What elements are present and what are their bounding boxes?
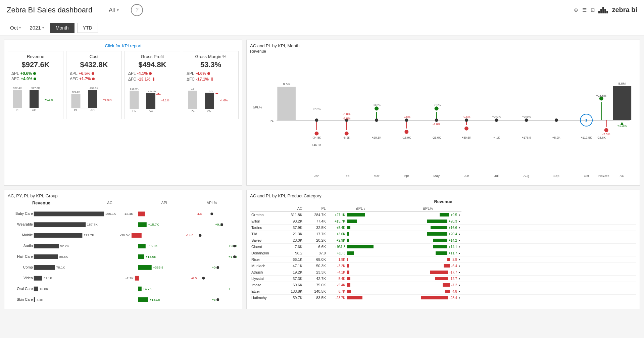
period-selector: Oct ▾ 2021 ▾ bbox=[7, 23, 47, 32]
delta-pl-value: -4.1% bbox=[137, 71, 148, 76]
product-name: Erton bbox=[250, 218, 280, 224]
svg-text:Baby Care: Baby Care bbox=[15, 211, 33, 215]
question-mark-icon: ? bbox=[136, 7, 139, 13]
product-dpl-pct: +11.7 ● bbox=[394, 250, 461, 256]
svg-text:PL: PL bbox=[269, 119, 274, 123]
svg-rect-28 bbox=[613, 86, 632, 120]
svg-point-61 bbox=[435, 118, 438, 122]
svg-text:+4.7K: +4.7K bbox=[143, 287, 152, 291]
product-table-header: AC PL ΔPL ↓ ΔPL% bbox=[250, 205, 636, 212]
cost-deltas: ΔPL +6.5% ΔFC +1.7% bbox=[70, 71, 118, 81]
svg-text:AC: AC bbox=[90, 108, 95, 112]
svg-text:-14.8: -14.8 bbox=[186, 233, 194, 237]
product-dpl: -3.2K bbox=[327, 263, 394, 269]
table-row: Denangkin 98.2 87.9 +10.3 +11.7 ● bbox=[250, 250, 636, 256]
svg-text:+7.5%: +7.5% bbox=[432, 103, 441, 107]
share-icon[interactable]: ⊡ bbox=[591, 7, 595, 13]
product-name: Ormtan bbox=[250, 212, 280, 218]
table-row: Imosa 69.6K 75.0K -5.4K -7.2 ● bbox=[250, 282, 636, 288]
svg-text:-0.8%: -0.8% bbox=[343, 112, 350, 116]
group-chart-svg: Baby Care 256.1K -12.4K -4.6 Wearable 18… bbox=[8, 207, 239, 304]
svg-text:Oct: Oct bbox=[584, 174, 589, 178]
filter-icon[interactable]: ☰ bbox=[582, 7, 587, 13]
svg-text:+39.6K: +39.6K bbox=[462, 136, 472, 139]
product-dpl-pct: -2.8 ● bbox=[394, 257, 461, 262]
revenue-delta-pl: ΔPL +0.6% bbox=[11, 71, 60, 76]
gross-profit-title: Gross Profit bbox=[128, 54, 177, 59]
svg-text:406.5K: 406.5K bbox=[71, 90, 80, 93]
svg-text:Jun: Jun bbox=[464, 174, 469, 178]
cost-pl-bar bbox=[71, 94, 81, 108]
svg-rect-125 bbox=[34, 254, 58, 259]
product-table-body[interactable]: Ormtan 311.8K 284.7K +27.1K +9.5 ● Erton… bbox=[250, 212, 636, 301]
product-name: Imosa bbox=[250, 282, 280, 288]
svg-text:187.7K: 187.7K bbox=[87, 223, 98, 226]
kpi-report-link[interactable]: Click for KPI report bbox=[8, 43, 239, 48]
kpi-month-title: AC and PL by KPI, Month bbox=[250, 43, 636, 48]
product-ac: 7.6K bbox=[280, 244, 304, 250]
svg-text:88.5K: 88.5K bbox=[59, 255, 68, 258]
svg-text:Video: Video bbox=[23, 276, 33, 280]
month-chevron-icon: ▾ bbox=[19, 26, 21, 30]
svg-text:PL: PL bbox=[15, 108, 19, 112]
svg-text:78.1K: 78.1K bbox=[56, 265, 65, 269]
product-pl: 50.3K bbox=[304, 263, 327, 269]
svg-point-72 bbox=[495, 118, 498, 122]
svg-point-68 bbox=[465, 118, 468, 122]
settings-icon[interactable]: ⊕ bbox=[574, 7, 578, 13]
year-value: 2021 bbox=[30, 25, 41, 31]
product-ac: 98.2 bbox=[280, 250, 304, 256]
product-name: Sayev bbox=[250, 237, 280, 243]
svg-text:Dec: Dec bbox=[603, 174, 609, 178]
delta-fc-arrow-icon: ⬇ bbox=[152, 77, 156, 82]
gross-profit-chart: 516.0K 494.8K -4.1% PL AC bbox=[128, 85, 177, 115]
svg-text:PL: PL bbox=[132, 109, 136, 112]
product-pl: 17.7K bbox=[304, 231, 327, 237]
product-dpl-pct: +9.5 ● bbox=[394, 212, 461, 218]
svg-point-130 bbox=[233, 255, 236, 258]
svg-point-93 bbox=[604, 128, 608, 132]
delta-pl-value: -4.6% bbox=[196, 71, 206, 76]
svg-rect-127 bbox=[138, 254, 144, 259]
month-selector[interactable]: Oct ▾ bbox=[7, 23, 24, 32]
gp-ac-bar bbox=[146, 93, 155, 109]
product-pl: 23.3K bbox=[304, 269, 327, 275]
filter-dropdown[interactable]: All ▾ bbox=[109, 7, 119, 13]
svg-point-48 bbox=[375, 106, 379, 110]
svg-text:+0.0%: +0.0% bbox=[492, 115, 501, 118]
delta-pl-indicator bbox=[149, 72, 152, 75]
gross-margin-delta-fc: ΔFC -17.1% ⬇ bbox=[187, 77, 235, 82]
svg-text:-16.9K: -16.9K bbox=[402, 136, 411, 139]
product-dpl-pct: +14.2 ● bbox=[394, 238, 461, 243]
svg-text:Apr: Apr bbox=[404, 174, 409, 178]
delta-fc-value: +4.9% bbox=[21, 77, 32, 81]
header-divider bbox=[101, 5, 101, 15]
revenue-value: $927.6K bbox=[11, 60, 60, 69]
help-button[interactable]: ? bbox=[131, 4, 143, 16]
svg-text:Oral Care: Oral Care bbox=[17, 287, 33, 291]
product-dpl-pct: -6.4 ● bbox=[394, 263, 461, 269]
svg-text:ΔPL%: ΔPL% bbox=[253, 105, 262, 109]
svg-point-49 bbox=[375, 118, 378, 122]
gross-margin-delta-pl: ΔPL -4.6% bbox=[187, 71, 235, 76]
gross-margin-card: Gross Margin % 53.3% ΔPL -4.6% ΔFC -17.1… bbox=[183, 51, 239, 119]
cost-card: Cost $432.8K ΔPL +6.5% ΔFC +1.7% 406. bbox=[66, 51, 122, 119]
svg-point-34 bbox=[314, 132, 318, 136]
svg-text:-6.2K: -6.2K bbox=[343, 136, 350, 139]
revenue-card: Revenue $927.6K ΔPL +0.6% ΔFC +4.9% 9 bbox=[8, 51, 63, 119]
svg-rect-152 bbox=[34, 297, 35, 302]
year-selector[interactable]: 2021 ▾ bbox=[26, 23, 47, 32]
table-row: Riser 66.1K 68.0K -1.9K -2.8 ● bbox=[250, 256, 636, 263]
svg-rect-106 bbox=[138, 222, 147, 227]
gross-margin-deltas: ΔPL -4.6% ΔFC -17.1% ⬇ bbox=[187, 71, 235, 82]
ytd-view-button[interactable]: YTD bbox=[77, 23, 98, 33]
revenue-ac-bar bbox=[30, 90, 39, 108]
month-view-button[interactable]: Month bbox=[50, 23, 75, 33]
product-dpl-pct: -28.4 ● bbox=[394, 295, 461, 301]
product-name: Claent bbox=[250, 244, 280, 250]
product-pl: 140.5K bbox=[304, 288, 327, 294]
svg-text:Jan: Jan bbox=[314, 174, 319, 178]
svg-rect-148 bbox=[138, 287, 142, 291]
svg-point-41 bbox=[345, 132, 349, 136]
product-dpl: +10.3 bbox=[327, 250, 394, 256]
